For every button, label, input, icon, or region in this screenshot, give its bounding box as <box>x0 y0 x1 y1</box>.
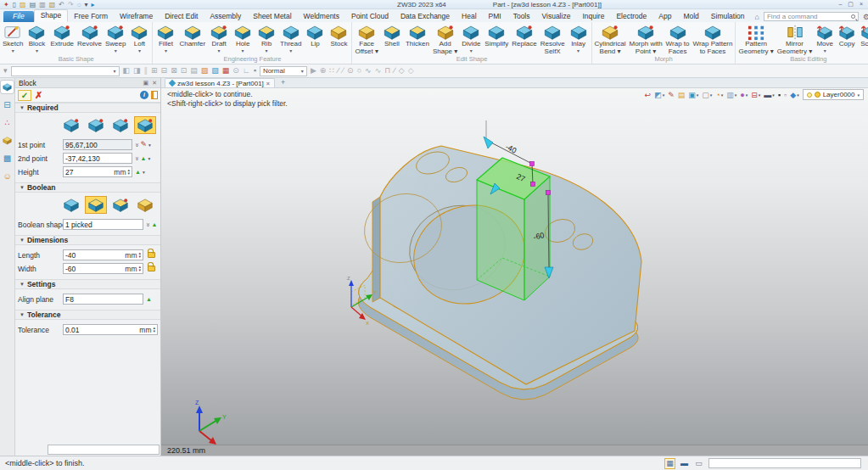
ribbon-button-wrap-to-faces[interactable]: Wrap toFaces <box>664 23 692 55</box>
dropdown-caret[interactable]: ▾ <box>242 48 244 53</box>
dialog-close-icon[interactable]: ✕ <box>152 80 157 87</box>
dropdown-caret[interactable]: ▾ <box>36 48 38 53</box>
ribbon-button-copy[interactable]: Copy <box>836 23 858 48</box>
height-input[interactable] <box>65 167 113 176</box>
ribbon-button-hole[interactable]: Hole▾ <box>231 23 255 53</box>
ribbon-button-thicken[interactable]: Thicken <box>404 23 431 48</box>
ribbon-button-simplify[interactable]: Simplify <box>483 23 510 48</box>
dropdown-caret[interactable]: ▾ <box>577 48 580 53</box>
ribbon-button-draft[interactable]: Draft▾ <box>207 23 231 53</box>
dimension-length[interactable]: -40 <box>484 120 532 164</box>
draw-tool-icon-2[interactable]: ⊕ <box>320 65 327 76</box>
section-tolerance[interactable]: ▼Tolerance <box>15 310 160 320</box>
block-type-option-1[interactable] <box>60 116 82 134</box>
dropdown-caret[interactable]: ▾ <box>266 48 268 53</box>
align-plane-input[interactable] <box>65 294 141 304</box>
play-icon[interactable]: ▸ <box>92 1 95 8</box>
expand-icon[interactable]: » <box>144 222 151 226</box>
new-tab-button[interactable]: + <box>281 78 285 87</box>
display-icon[interactable]: ▬▾ <box>764 91 775 99</box>
selection-filter-combo[interactable]: ▾ <box>11 66 120 76</box>
menu-tab-mold[interactable]: Mold <box>677 11 704 22</box>
toolbar2-icon-12[interactable]: ⊙ <box>232 65 239 76</box>
spinner[interactable]: ▴▾ <box>138 252 141 258</box>
toolbar2-icon-8[interactable]: ▤ <box>190 65 198 76</box>
block-preview[interactable] <box>477 158 550 300</box>
length-input[interactable] <box>65 250 124 260</box>
dropdown-caret[interactable]: ▾ <box>115 48 117 53</box>
menu-tab-wireframe[interactable]: Wireframe <box>114 11 159 22</box>
shade-mode-icon[interactable]: ▣▾ <box>688 91 698 99</box>
block-type-option-3[interactable] <box>109 116 132 134</box>
unlock-icon[interactable] <box>148 266 155 271</box>
dropdown-caret[interactable]: ▾ <box>218 48 221 53</box>
grid-snap-icon[interactable]: ▦ <box>664 458 675 469</box>
tolerance-input[interactable] <box>65 325 138 334</box>
qat-more-icon[interactable]: ▾ <box>85 1 88 8</box>
menu-tab-tools[interactable]: Tools <box>507 11 536 22</box>
ribbon-button-loft[interactable]: Loft▾ <box>127 23 151 53</box>
menu-tab-weldments[interactable]: Weldments <box>298 11 345 22</box>
window-icon[interactable]: ▭ <box>693 458 704 469</box>
ribbon-button-thread[interactable]: Thread▾ <box>278 23 303 53</box>
measure-icon[interactable]: ⊟▾ <box>751 91 760 99</box>
spinner[interactable]: ▴▾ <box>127 169 130 175</box>
dropdown-caret[interactable]: ▾ <box>148 143 151 148</box>
clip-plane-icon[interactable]: ◆▾ <box>790 91 798 99</box>
snap-mode-combo[interactable]: Normal▾ <box>260 66 307 76</box>
undo-icon[interactable]: ↶ <box>59 1 64 8</box>
menu-tab-direct-edit[interactable]: Direct Edit <box>159 11 204 22</box>
restore-button[interactable]: ▢ <box>848 1 854 8</box>
layer-selector[interactable]: Layer0000▾ <box>803 89 864 100</box>
pick-arrow-icon[interactable]: ▲ <box>151 221 157 227</box>
command-input-field[interactable] <box>48 445 160 455</box>
import-icon[interactable]: ▧ <box>49 1 56 8</box>
ribbon-button-divide[interactable]: Divide▾ <box>459 23 483 53</box>
menu-tab-free-form[interactable]: Free Form <box>68 11 114 22</box>
draw-tool-icon-10[interactable]: ⊓ <box>384 65 390 76</box>
unlock-icon[interactable] <box>148 252 155 258</box>
toolbar2-icon-3[interactable]: ∥ <box>144 65 148 76</box>
boolean-option-4[interactable] <box>134 196 156 214</box>
shape-manager-icon[interactable] <box>1 81 14 93</box>
boolean-option-3[interactable] <box>109 196 132 214</box>
ribbon-button-inlay[interactable]: Inlay▾ <box>567 23 591 53</box>
ribbon-button-revolve[interactable]: Revolve <box>76 23 104 48</box>
app-logo-icon[interactable]: ✦ <box>3 1 9 8</box>
menu-tab-inquire[interactable]: Inquire <box>576 11 610 22</box>
toolbar2-icon-14[interactable]: ▪ <box>254 65 256 76</box>
redo-icon[interactable]: ↷ <box>68 1 74 8</box>
menu-tab-assembly[interactable]: Assembly <box>204 11 247 22</box>
role-manager-icon[interactable]: ☺ <box>1 170 14 182</box>
ribbon-button-shell[interactable]: Shell <box>380 23 404 48</box>
draw-tool-icon-13[interactable]: ◇ <box>408 65 414 76</box>
history-manager-icon[interactable]: ⊟ <box>1 98 14 111</box>
draw-tool-icon-1[interactable]: ▶ <box>311 65 316 76</box>
expand-icon[interactable]: » <box>133 156 140 159</box>
dropdown-caret[interactable]: ▾ <box>143 170 145 175</box>
section-dimensions[interactable]: ▼Dimensions <box>15 235 160 245</box>
new-file-icon[interactable]: ▯ <box>13 1 16 8</box>
tab-close-icon[interactable]: × <box>266 81 270 87</box>
dock-icon[interactable]: ▣ <box>143 80 149 87</box>
info-icon[interactable]: i <box>140 91 148 99</box>
draw-tool-icon-4[interactable]: ∕ <box>338 65 339 76</box>
ribbon-button-stock[interactable]: Stock <box>327 23 350 48</box>
ribbon-button-rib[interactable]: Rib▾ <box>255 23 278 53</box>
visual-manager-icon[interactable]: ▩ <box>1 152 14 165</box>
draw-tool-icon-8[interactable]: ∿ <box>365 65 372 76</box>
solid-edit-icon[interactable] <box>1 134 14 147</box>
draw-tool-icon-3[interactable]: ∷ <box>329 65 334 76</box>
edit-sketch-icon[interactable]: ✎ <box>668 91 675 99</box>
section-settings[interactable]: ▼Settings <box>15 279 160 289</box>
section-boolean[interactable]: ▼Boolean <box>15 182 160 193</box>
menu-tab-heal[interactable]: Heal <box>456 11 482 22</box>
toolbar2-icon-9[interactable]: ▨ <box>201 65 209 76</box>
frame-icon[interactable]: ▫ <box>784 91 787 99</box>
second-point-input[interactable] <box>65 154 130 163</box>
back-arrow-icon[interactable]: ↩ <box>645 91 652 99</box>
minimize-button[interactable]: – <box>838 1 842 8</box>
dropdown-caret[interactable]: ▾ <box>824 48 826 53</box>
monitor-icon[interactable]: ▬ <box>679 458 690 469</box>
menu-tab-visualize[interactable]: Visualize <box>536 11 577 22</box>
